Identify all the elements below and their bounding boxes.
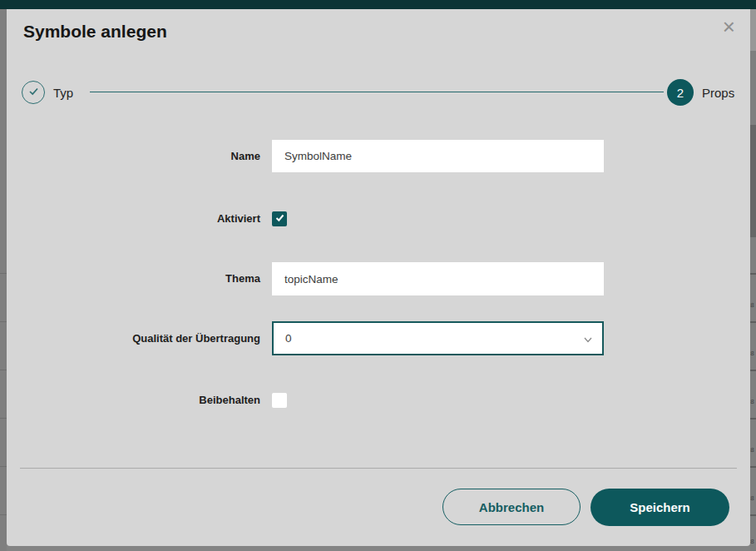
- aktiviert-label: Aktiviert: [7, 211, 260, 226]
- thema-input[interactable]: [272, 262, 604, 295]
- backdrop-row-line: [0, 418, 7, 419]
- backdrop-row-line: [750, 418, 756, 419]
- step-props-label: Props: [702, 86, 734, 100]
- backdrop-left-strip: [0, 9, 7, 551]
- beibehalten-checkbox[interactable]: [272, 393, 287, 408]
- create-symbol-dialog: Symbole anlegen × Typ 2 Props Name Aktiv: [7, 9, 750, 546]
- close-icon[interactable]: ×: [723, 16, 735, 37]
- backdrop-row-line: [0, 466, 7, 467]
- backdrop-row-line: [750, 321, 756, 323]
- backdrop-row-line: [750, 514, 756, 516]
- qualitaet-select[interactable]: 0: [272, 321, 604, 355]
- save-button[interactable]: Speichern: [590, 489, 729, 526]
- beibehalten-label: Beibehalten: [7, 393, 260, 408]
- backdrop-row-line: [0, 321, 7, 322]
- step-number: 2: [677, 86, 684, 100]
- name-input[interactable]: [272, 140, 604, 172]
- backdrop-row-line: [0, 273, 7, 274]
- backdrop-right-strip: [750, 9, 756, 551]
- thema-label: Thema: [7, 262, 260, 295]
- chevron-down-icon: [582, 334, 594, 348]
- step-typ-label: Typ: [53, 86, 73, 100]
- aktiviert-checkbox[interactable]: [272, 211, 287, 226]
- backdrop-row-line: [0, 514, 7, 515]
- qualitaet-select-value: 0: [285, 332, 292, 345]
- backdrop-table-header-fragment: [750, 125, 756, 237]
- cancel-button[interactable]: Abbrechen: [442, 489, 581, 525]
- step-typ[interactable]: [22, 81, 45, 104]
- backdrop-row-line: [750, 370, 756, 371]
- name-label: Name: [7, 140, 260, 172]
- screen: :8 :8 :8 :8 :8 :8 Symbole anlegen × Typ …: [0, 0, 756, 551]
- backdrop-toolbar-fragment: [750, 9, 756, 51]
- checkmark-icon: [274, 211, 285, 226]
- backdrop-row-line: [0, 370, 7, 370]
- check-icon: [27, 85, 40, 101]
- actions-divider: [20, 468, 737, 469]
- backdrop-row-line: [750, 273, 756, 275]
- app-header-bar: [0, 0, 756, 9]
- page-title: Symbole anlegen: [23, 22, 167, 42]
- stepper-connector-line: [90, 92, 664, 92]
- step-props[interactable]: 2: [667, 79, 694, 106]
- qualitaet-label: Qualität der Übertragung: [7, 321, 260, 355]
- backdrop-row-line: [750, 466, 756, 468]
